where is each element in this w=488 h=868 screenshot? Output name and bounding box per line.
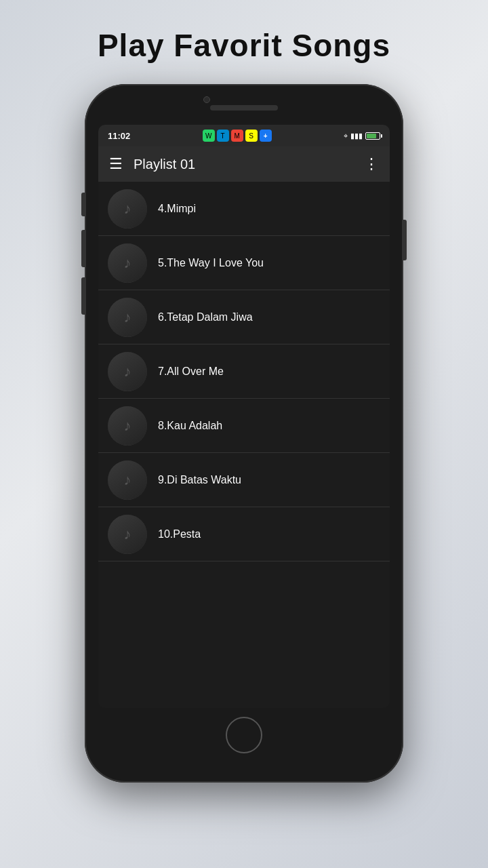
avatar bbox=[108, 298, 147, 337]
home-button[interactable] bbox=[226, 717, 262, 753]
avatar bbox=[108, 406, 147, 446]
toolbar-title: Playlist 01 bbox=[134, 157, 364, 172]
list-item[interactable]: 6.Tetap Dalam Jiwa bbox=[98, 290, 390, 344]
svg-point-10 bbox=[121, 360, 134, 374]
phone-screen: 11:02 W T M S + ⌖ ▮▮▮ ☰ Playlist 01 ⋮ bbox=[98, 125, 390, 708]
status-bar: 11:02 W T M S + ⌖ ▮▮▮ bbox=[98, 125, 390, 146]
svg-point-16 bbox=[121, 469, 134, 482]
wifi-icon: ⌖ bbox=[344, 132, 348, 140]
svg-point-9 bbox=[108, 352, 147, 391]
list-item[interactable]: 4.Mimpi bbox=[98, 182, 390, 236]
status-time: 11:02 bbox=[108, 131, 130, 141]
mute-button bbox=[81, 193, 85, 216]
phone-frame: 11:02 W T M S + ⌖ ▮▮▮ ☰ Playlist 01 ⋮ bbox=[85, 84, 403, 783]
more-options-button[interactable]: ⋮ bbox=[364, 155, 379, 173]
svg-point-17 bbox=[117, 484, 138, 500]
status-app-icons: W T M S + bbox=[203, 130, 272, 142]
avatar bbox=[108, 515, 147, 554]
list-item[interactable]: 9.Di Batas Waktu bbox=[98, 453, 390, 507]
song-title: 10.Pesta bbox=[158, 528, 201, 540]
power-button bbox=[403, 220, 407, 260]
phone-bottom bbox=[85, 708, 403, 762]
svg-point-2 bbox=[117, 212, 138, 229]
svg-point-1 bbox=[121, 197, 134, 211]
battery-icon bbox=[365, 132, 380, 140]
song-title: 5.The Way I Love You bbox=[158, 257, 264, 269]
snapchat-icon: S bbox=[245, 130, 258, 142]
phone-top-bar bbox=[85, 84, 403, 125]
svg-point-12 bbox=[108, 406, 147, 446]
volume-up-button bbox=[81, 230, 85, 267]
toolbar: ☰ Playlist 01 ⋮ bbox=[98, 146, 390, 182]
whatsapp-icon: W bbox=[203, 130, 215, 142]
status-right-icons: ⌖ ▮▮▮ bbox=[344, 132, 380, 140]
svg-point-19 bbox=[121, 523, 134, 536]
phone-speaker bbox=[210, 105, 278, 111]
svg-point-8 bbox=[117, 321, 138, 337]
avatar bbox=[108, 460, 147, 500]
page-title: Play Favorit Songs bbox=[98, 27, 390, 64]
maps-icon: M bbox=[231, 130, 243, 142]
song-title: 4.Mimpi bbox=[158, 203, 196, 215]
list-item[interactable]: 8.Kau Adalah bbox=[98, 399, 390, 453]
svg-point-18 bbox=[108, 515, 147, 554]
avatar bbox=[108, 189, 147, 229]
svg-point-4 bbox=[121, 252, 134, 265]
telegram-icon: T bbox=[217, 130, 229, 142]
svg-point-3 bbox=[108, 243, 147, 283]
avatar bbox=[108, 352, 147, 391]
song-title: 8.Kau Adalah bbox=[158, 420, 222, 432]
svg-point-20 bbox=[117, 538, 138, 554]
list-item[interactable]: 7.All Over Me bbox=[98, 344, 390, 399]
list-item[interactable]: 5.The Way I Love You bbox=[98, 236, 390, 290]
svg-point-7 bbox=[121, 306, 134, 319]
song-title: 9.Di Batas Waktu bbox=[158, 474, 241, 486]
hamburger-menu-button[interactable]: ☰ bbox=[109, 157, 123, 172]
svg-point-15 bbox=[108, 460, 147, 500]
svg-point-5 bbox=[117, 267, 138, 283]
song-title: 7.All Over Me bbox=[158, 366, 224, 378]
song-list: 4.Mimpi 5.The Way I Love You bbox=[98, 182, 390, 708]
song-title: 6.Tetap Dalam Jiwa bbox=[158, 311, 253, 323]
svg-point-11 bbox=[117, 375, 138, 391]
svg-point-14 bbox=[117, 429, 138, 446]
avatar bbox=[108, 243, 147, 283]
facebook-icon: + bbox=[260, 130, 272, 142]
front-camera bbox=[203, 96, 210, 103]
signal-icon: ▮▮▮ bbox=[350, 132, 363, 140]
volume-down-button bbox=[81, 277, 85, 315]
svg-point-0 bbox=[108, 189, 147, 229]
svg-point-6 bbox=[108, 298, 147, 337]
list-item[interactable]: 10.Pesta bbox=[98, 507, 390, 561]
svg-point-13 bbox=[121, 414, 134, 428]
